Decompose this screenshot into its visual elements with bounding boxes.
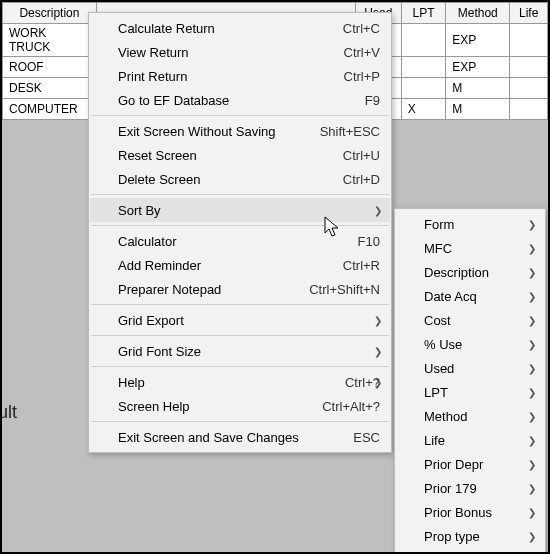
menu-item-label: Calculate Return <box>118 21 331 36</box>
chevron-right-icon: ❯ <box>528 411 536 422</box>
cell-lpt[interactable] <box>401 57 446 78</box>
chevron-right-icon: ❯ <box>528 315 536 326</box>
chevron-right-icon: ❯ <box>374 346 382 357</box>
sortby-item-prior-179[interactable]: Prior 179❯ <box>396 476 544 500</box>
menu-item-label: Print Return <box>118 69 332 84</box>
chevron-right-icon: ❯ <box>528 339 536 350</box>
sortby-item-prior-depr[interactable]: Prior Depr❯ <box>396 452 544 476</box>
sortby-submenu[interactable]: Form❯MFC❯Description❯Date Acq❯Cost❯% Use… <box>394 208 546 554</box>
sortby-item-use[interactable]: % Use❯ <box>396 332 544 356</box>
context-menu-item-grid-export[interactable]: Grid Export❯ <box>90 308 390 332</box>
col-method[interactable]: Method <box>446 3 510 24</box>
menu-item-label: Reset Screen <box>118 148 331 163</box>
context-menu[interactable]: Calculate ReturnCtrl+CView ReturnCtrl+VP… <box>88 12 392 453</box>
context-menu-item-reset-screen[interactable]: Reset ScreenCtrl+U <box>90 143 390 167</box>
context-menu-item-delete-screen[interactable]: Delete ScreenCtrl+D <box>90 167 390 191</box>
menu-item-label: Form <box>424 217 534 232</box>
chevron-right-icon: ❯ <box>528 387 536 398</box>
context-menu-item-view-return[interactable]: View ReturnCtrl+V <box>90 40 390 64</box>
chevron-right-icon: ❯ <box>528 459 536 470</box>
chevron-right-icon: ❯ <box>528 267 536 278</box>
context-menu-item-help[interactable]: HelpCtrl+?❯ <box>90 370 390 394</box>
col-lpt[interactable]: LPT <box>401 3 446 24</box>
col-description[interactable]: Description <box>3 3 97 24</box>
menu-item-label: Preparer Notepad <box>118 282 297 297</box>
sidebar-fragment: ult <box>0 402 17 423</box>
sortby-item-prop-type[interactable]: Prop type❯ <box>396 524 544 548</box>
menu-item-label: Help <box>118 375 333 390</box>
context-menu-item-grid-font-size[interactable]: Grid Font Size❯ <box>90 339 390 363</box>
sortby-item-date-acq[interactable]: Date Acq❯ <box>396 284 544 308</box>
context-menu-item-screen-help[interactable]: Screen HelpCtrl+Alt+? <box>90 394 390 418</box>
chevron-right-icon: ❯ <box>528 435 536 446</box>
menu-item-shortcut: Ctrl+P <box>344 69 380 84</box>
context-menu-item-exit-screen-and-save-changes[interactable]: Exit Screen and Save ChangesESC <box>90 425 390 449</box>
sortby-item-method[interactable]: Method❯ <box>396 404 544 428</box>
cell-lpt[interactable] <box>401 24 446 57</box>
cell-life[interactable] <box>510 99 548 120</box>
menu-item-label: Screen Help <box>118 399 310 414</box>
context-menu-item-calculator[interactable]: CalculatorF10 <box>90 229 390 253</box>
menu-item-shortcut: ESC <box>353 430 380 445</box>
menu-item-shortcut: F10 <box>358 234 380 249</box>
context-menu-separator <box>91 366 389 367</box>
cell-method[interactable]: M <box>446 99 510 120</box>
menu-item-shortcut: Ctrl+D <box>343 172 380 187</box>
col-life[interactable]: Life <box>510 3 548 24</box>
context-menu-item-calculate-return[interactable]: Calculate ReturnCtrl+C <box>90 16 390 40</box>
chevron-right-icon: ❯ <box>528 483 536 494</box>
menu-item-label: Go to EF Database <box>118 93 353 108</box>
context-menu-item-exit-screen-without-saving[interactable]: Exit Screen Without SavingShift+ESC <box>90 119 390 143</box>
sortby-item-lpt[interactable]: LPT❯ <box>396 380 544 404</box>
sortby-item-form[interactable]: Form❯ <box>396 212 544 236</box>
context-menu-separator <box>91 335 389 336</box>
cell-method[interactable]: EXP <box>446 57 510 78</box>
cell-lpt[interactable] <box>401 78 446 99</box>
menu-item-label: Delete Screen <box>118 172 331 187</box>
sortby-item-prior-bonus[interactable]: Prior Bonus❯ <box>396 500 544 524</box>
menu-item-label: Grid Export <box>118 313 380 328</box>
context-menu-item-add-reminder[interactable]: Add ReminderCtrl+R <box>90 253 390 277</box>
context-menu-item-preparer-notepad[interactable]: Preparer NotepadCtrl+Shift+N <box>90 277 390 301</box>
context-menu-separator <box>91 115 389 116</box>
cell-description[interactable]: DESK <box>3 78 97 99</box>
cell-lpt[interactable]: X <box>401 99 446 120</box>
chevron-right-icon: ❯ <box>374 205 382 216</box>
chevron-right-icon: ❯ <box>528 291 536 302</box>
cell-method[interactable]: M <box>446 78 510 99</box>
cell-life[interactable] <box>510 57 548 78</box>
menu-item-label: Life <box>424 433 534 448</box>
cell-method[interactable]: EXP <box>446 24 510 57</box>
context-menu-separator <box>91 194 389 195</box>
cell-life[interactable] <box>510 24 548 57</box>
chevron-right-icon: ❯ <box>528 243 536 254</box>
menu-item-shortcut: Ctrl+C <box>343 21 380 36</box>
menu-item-label: Calculator <box>118 234 346 249</box>
context-menu-separator <box>91 421 389 422</box>
context-menu-item-go-to-ef-database[interactable]: Go to EF DatabaseF9 <box>90 88 390 112</box>
sortby-item-used[interactable]: Used❯ <box>396 356 544 380</box>
menu-item-label: LPT <box>424 385 534 400</box>
cell-description[interactable]: COMPUTER <box>3 99 97 120</box>
sortby-item-life[interactable]: Life❯ <box>396 428 544 452</box>
menu-item-label: View Return <box>118 45 332 60</box>
context-menu-item-print-return[interactable]: Print ReturnCtrl+P <box>90 64 390 88</box>
cell-life[interactable] <box>510 78 548 99</box>
sortby-item-cost[interactable]: Cost❯ <box>396 308 544 332</box>
menu-item-label: Prior Depr <box>424 457 534 472</box>
sortby-item-mfc[interactable]: MFC❯ <box>396 236 544 260</box>
sortby-item-grpsale[interactable]: GrpSale #❯ <box>396 548 544 554</box>
menu-item-label: % Use <box>424 337 534 352</box>
menu-item-shortcut: Ctrl+Shift+N <box>309 282 380 297</box>
menu-item-label: MFC <box>424 241 534 256</box>
menu-item-label: Exit Screen and Save Changes <box>118 430 341 445</box>
context-menu-item-sort-by[interactable]: Sort By❯ <box>90 198 390 222</box>
context-menu-separator <box>91 304 389 305</box>
chevron-right-icon: ❯ <box>528 219 536 230</box>
menu-item-label: Add Reminder <box>118 258 331 273</box>
cell-description[interactable]: ROOF <box>3 57 97 78</box>
menu-item-shortcut: Ctrl+V <box>344 45 380 60</box>
sortby-item-description[interactable]: Description❯ <box>396 260 544 284</box>
cell-description[interactable]: WORK TRUCK <box>3 24 97 57</box>
chevron-right-icon: ❯ <box>528 363 536 374</box>
